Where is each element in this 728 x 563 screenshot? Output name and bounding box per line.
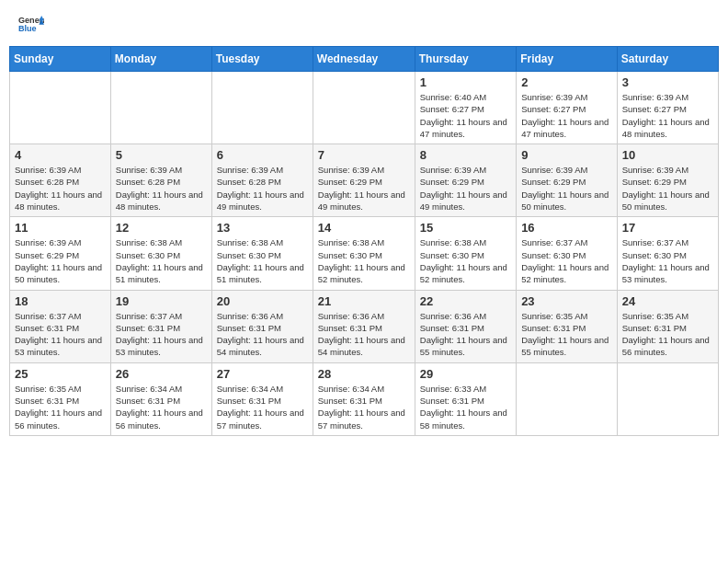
calendar-cell: 6Sunrise: 6:39 AM Sunset: 6:28 PM Daylig…: [211, 144, 313, 217]
day-number: 8: [420, 148, 511, 162]
day-number: 4: [15, 148, 106, 162]
day-number: 27: [217, 367, 308, 381]
day-number: 3: [622, 75, 713, 89]
day-of-week-header: Monday: [110, 47, 211, 72]
day-number: 25: [15, 367, 106, 381]
day-info: Sunrise: 6:37 AM Sunset: 6:30 PM Dayligh…: [521, 236, 612, 285]
calendar-cell: 5Sunrise: 6:39 AM Sunset: 6:28 PM Daylig…: [110, 144, 211, 217]
calendar-cell: 8Sunrise: 6:39 AM Sunset: 6:29 PM Daylig…: [415, 144, 516, 217]
calendar-cell: 22Sunrise: 6:36 AM Sunset: 6:31 PM Dayli…: [415, 290, 516, 362]
day-info: Sunrise: 6:39 AM Sunset: 6:28 PM Dayligh…: [217, 164, 308, 213]
calendar-cell: [110, 72, 211, 144]
day-number: 2: [521, 75, 612, 89]
calendar-cell: 9Sunrise: 6:39 AM Sunset: 6:29 PM Daylig…: [517, 144, 618, 217]
day-of-week-header: Tuesday: [211, 47, 313, 72]
day-of-week-header: Thursday: [415, 47, 516, 72]
calendar-cell: 4Sunrise: 6:39 AM Sunset: 6:28 PM Daylig…: [10, 144, 111, 217]
calendar-header-row: SundayMondayTuesdayWednesdayThursdayFrid…: [10, 47, 719, 72]
general-blue-icon: General Blue: [18, 14, 44, 34]
day-info: Sunrise: 6:37 AM Sunset: 6:31 PM Dayligh…: [15, 310, 106, 359]
page-header: General Blue: [9, 9, 719, 39]
calendar-cell: [517, 362, 618, 435]
day-number: 13: [217, 221, 308, 235]
calendar-cell: 19Sunrise: 6:37 AM Sunset: 6:31 PM Dayli…: [110, 290, 211, 362]
calendar-cell: 29Sunrise: 6:33 AM Sunset: 6:31 PM Dayli…: [415, 362, 516, 435]
day-info: Sunrise: 6:34 AM Sunset: 6:31 PM Dayligh…: [116, 383, 207, 431]
day-number: 28: [318, 367, 410, 381]
day-info: Sunrise: 6:36 AM Sunset: 6:31 PM Dayligh…: [318, 310, 410, 359]
day-number: 1: [420, 75, 511, 89]
calendar-cell: 15Sunrise: 6:38 AM Sunset: 6:30 PM Dayli…: [415, 217, 516, 290]
calendar-cell: [211, 72, 313, 144]
day-info: Sunrise: 6:39 AM Sunset: 6:29 PM Dayligh…: [521, 164, 612, 213]
day-info: Sunrise: 6:40 AM Sunset: 6:27 PM Dayligh…: [420, 91, 511, 140]
day-number: 23: [521, 294, 612, 308]
calendar-cell: [617, 362, 718, 435]
calendar-cell: [313, 72, 415, 144]
calendar-week-row: 25Sunrise: 6:35 AM Sunset: 6:31 PM Dayli…: [10, 362, 719, 435]
calendar-cell: [10, 72, 111, 144]
day-number: 10: [622, 148, 713, 162]
day-number: 6: [217, 148, 308, 162]
calendar-cell: 18Sunrise: 6:37 AM Sunset: 6:31 PM Dayli…: [10, 290, 111, 362]
calendar-cell: 7Sunrise: 6:39 AM Sunset: 6:29 PM Daylig…: [313, 144, 415, 217]
day-number: 14: [318, 221, 410, 235]
calendar-cell: 11Sunrise: 6:39 AM Sunset: 6:29 PM Dayli…: [10, 217, 111, 290]
calendar-cell: 26Sunrise: 6:34 AM Sunset: 6:31 PM Dayli…: [110, 362, 211, 435]
day-of-week-header: Sunday: [10, 47, 111, 72]
day-number: 19: [116, 294, 207, 308]
calendar-cell: 14Sunrise: 6:38 AM Sunset: 6:30 PM Dayli…: [313, 217, 415, 290]
day-info: Sunrise: 6:36 AM Sunset: 6:31 PM Dayligh…: [420, 310, 511, 359]
calendar-cell: 24Sunrise: 6:35 AM Sunset: 6:31 PM Dayli…: [617, 290, 718, 362]
day-number: 22: [420, 294, 511, 308]
day-info: Sunrise: 6:38 AM Sunset: 6:30 PM Dayligh…: [116, 236, 207, 285]
day-number: 17: [622, 221, 713, 235]
day-number: 20: [217, 294, 308, 308]
day-info: Sunrise: 6:37 AM Sunset: 6:30 PM Dayligh…: [622, 236, 713, 285]
day-info: Sunrise: 6:39 AM Sunset: 6:27 PM Dayligh…: [521, 91, 612, 140]
day-info: Sunrise: 6:34 AM Sunset: 6:31 PM Dayligh…: [318, 383, 410, 431]
day-info: Sunrise: 6:35 AM Sunset: 6:31 PM Dayligh…: [15, 383, 106, 431]
calendar-cell: 3Sunrise: 6:39 AM Sunset: 6:27 PM Daylig…: [617, 72, 718, 144]
day-info: Sunrise: 6:38 AM Sunset: 6:30 PM Dayligh…: [217, 236, 308, 285]
day-info: Sunrise: 6:39 AM Sunset: 6:29 PM Dayligh…: [622, 164, 713, 213]
day-number: 5: [116, 148, 207, 162]
calendar-cell: 17Sunrise: 6:37 AM Sunset: 6:30 PM Dayli…: [617, 217, 718, 290]
calendar-body: 1Sunrise: 6:40 AM Sunset: 6:27 PM Daylig…: [10, 72, 719, 436]
day-number: 26: [116, 367, 207, 381]
day-info: Sunrise: 6:39 AM Sunset: 6:29 PM Dayligh…: [420, 164, 511, 213]
calendar-cell: 10Sunrise: 6:39 AM Sunset: 6:29 PM Dayli…: [617, 144, 718, 217]
day-number: 21: [318, 294, 410, 308]
day-number: 12: [116, 221, 207, 235]
calendar-cell: 23Sunrise: 6:35 AM Sunset: 6:31 PM Dayli…: [517, 290, 618, 362]
day-number: 15: [420, 221, 511, 235]
day-info: Sunrise: 6:35 AM Sunset: 6:31 PM Dayligh…: [521, 310, 612, 359]
day-info: Sunrise: 6:36 AM Sunset: 6:31 PM Dayligh…: [217, 310, 308, 359]
day-info: Sunrise: 6:39 AM Sunset: 6:28 PM Dayligh…: [116, 164, 207, 213]
day-info: Sunrise: 6:39 AM Sunset: 6:29 PM Dayligh…: [318, 164, 410, 213]
calendar-week-row: 1Sunrise: 6:40 AM Sunset: 6:27 PM Daylig…: [10, 72, 719, 144]
day-of-week-header: Friday: [517, 47, 618, 72]
day-number: 7: [318, 148, 410, 162]
day-number: 18: [15, 294, 106, 308]
calendar-cell: 1Sunrise: 6:40 AM Sunset: 6:27 PM Daylig…: [415, 72, 516, 144]
day-info: Sunrise: 6:39 AM Sunset: 6:27 PM Dayligh…: [622, 91, 713, 140]
calendar-week-row: 18Sunrise: 6:37 AM Sunset: 6:31 PM Dayli…: [10, 290, 719, 362]
calendar-week-row: 4Sunrise: 6:39 AM Sunset: 6:28 PM Daylig…: [10, 144, 719, 217]
day-of-week-header: Saturday: [617, 47, 718, 72]
day-info: Sunrise: 6:37 AM Sunset: 6:31 PM Dayligh…: [116, 310, 207, 359]
day-info: Sunrise: 6:38 AM Sunset: 6:30 PM Dayligh…: [420, 236, 511, 285]
day-info: Sunrise: 6:38 AM Sunset: 6:30 PM Dayligh…: [318, 236, 410, 285]
calendar-cell: 25Sunrise: 6:35 AM Sunset: 6:31 PM Dayli…: [10, 362, 111, 435]
day-of-week-header: Wednesday: [313, 47, 415, 72]
day-info: Sunrise: 6:39 AM Sunset: 6:28 PM Dayligh…: [15, 164, 106, 213]
svg-text:Blue: Blue: [18, 24, 37, 33]
day-number: 24: [622, 294, 713, 308]
day-number: 29: [420, 367, 511, 381]
logo: General Blue: [18, 14, 44, 34]
day-number: 11: [15, 221, 106, 235]
day-info: Sunrise: 6:35 AM Sunset: 6:31 PM Dayligh…: [622, 310, 713, 359]
calendar-table: SundayMondayTuesdayWednesdayThursdayFrid…: [9, 46, 719, 436]
calendar-cell: 20Sunrise: 6:36 AM Sunset: 6:31 PM Dayli…: [211, 290, 313, 362]
calendar-cell: 28Sunrise: 6:34 AM Sunset: 6:31 PM Dayli…: [313, 362, 415, 435]
